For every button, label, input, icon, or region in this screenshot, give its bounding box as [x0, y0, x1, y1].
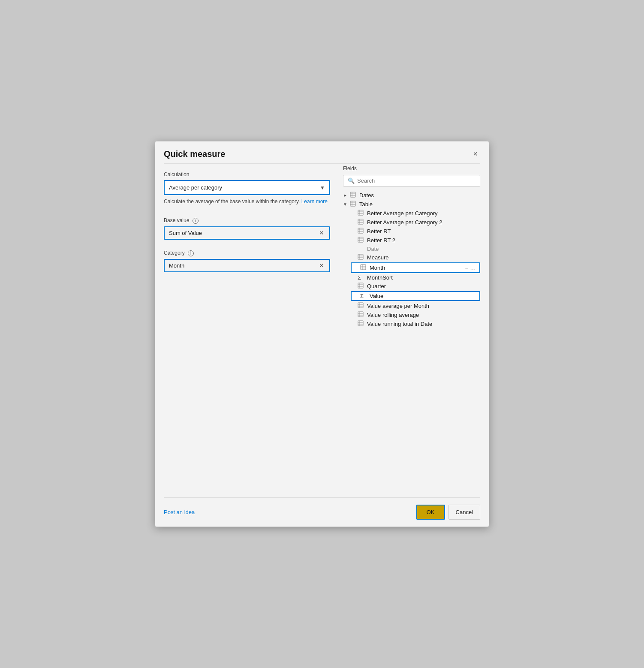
measure-icon-5 [358, 254, 365, 261]
label-better-avg-cat: Better Average per Category [367, 210, 438, 217]
svg-rect-16 [358, 228, 363, 233]
tree-item-quarter[interactable]: Quarter [351, 282, 480, 291]
measure-icon-7 [358, 311, 365, 319]
tree-item-table[interactable]: ▼ Table [343, 200, 480, 209]
dialog-header: Quick measure × [155, 141, 489, 163]
cancel-button[interactable]: Cancel [448, 505, 480, 520]
table-children: Better Average per Category Better Avera… [343, 209, 480, 328]
label-measure: Measure [367, 254, 389, 261]
spacer [155, 413, 489, 497]
label-quarter: Quarter [367, 283, 386, 289]
category-label: Category i [164, 250, 330, 256]
learn-more-link[interactable]: Learn more [301, 199, 328, 205]
fields-label: Fields [343, 165, 480, 172]
label-value-avg-month: Value average per Month [367, 303, 429, 309]
base-value-clear-button[interactable]: ✕ [318, 230, 325, 236]
footer-buttons: OK Cancel [416, 505, 480, 520]
label-better-avg-cat-2: Better Average per Category 2 [367, 219, 442, 226]
tree-item-measure[interactable]: Measure [351, 253, 480, 262]
measure-icon-6 [358, 302, 365, 310]
tree-item-better-rt[interactable]: Better RT [351, 227, 480, 236]
svg-rect-40 [358, 312, 363, 317]
svg-rect-28 [361, 265, 366, 270]
table-icon [350, 192, 358, 199]
label-value-rolling-avg: Value rolling average [367, 312, 419, 318]
tree-item-value-avg-month[interactable]: Value average per Month [351, 301, 480, 310]
chevron-right-icon: ► [343, 193, 350, 198]
category-text: Month [169, 262, 318, 269]
sigma-icon-monthsort: Σ [358, 274, 365, 281]
label-month: Month [370, 265, 385, 271]
base-value-field: Sum of Value ✕ [164, 226, 330, 240]
measure-icon-8 [358, 320, 365, 328]
calc-description: Calculate the average of the base value … [164, 198, 330, 205]
base-value-text: Sum of Value [169, 230, 318, 236]
sigma-icon-value: Σ [360, 293, 368, 299]
month-dash: – [465, 265, 470, 271]
table-label: Table [359, 201, 373, 208]
svg-rect-8 [358, 210, 363, 215]
svg-rect-44 [358, 321, 363, 326]
tree-item-date[interactable]: Date [351, 245, 480, 253]
tree-item-value[interactable]: Σ Value [351, 291, 480, 301]
search-icon: 🔍 [348, 178, 355, 184]
tree-item-dates[interactable]: ► Dates [343, 191, 480, 200]
tree-item-better-avg-cat[interactable]: Better Average per Category [351, 209, 480, 218]
table-icon-quarter [358, 283, 365, 290]
svg-rect-12 [358, 219, 363, 224]
dialog-title: Quick measure [164, 149, 225, 159]
svg-rect-0 [350, 192, 355, 197]
label-monthsort: MonthSort [367, 274, 393, 281]
tree-item-value-running-total[interactable]: Value running total in Date [351, 319, 480, 328]
right-panel: Fields 🔍 ► [343, 164, 480, 413]
dialog-body: Calculation Average per category ▼ Calcu… [155, 164, 489, 413]
svg-rect-24 [358, 254, 363, 259]
label-date: Date [367, 246, 379, 252]
measure-icon-1 [358, 210, 365, 217]
base-value-label: Base value i [164, 217, 330, 224]
post-idea-link[interactable]: Post an idea [164, 509, 195, 515]
ok-button[interactable]: OK [416, 505, 445, 520]
quick-measure-dialog: Quick measure × Calculation Average per … [155, 141, 489, 527]
label-better-rt: Better RT [367, 228, 391, 235]
search-input[interactable] [357, 178, 475, 184]
calculation-label: Calculation [164, 172, 330, 178]
calculation-select[interactable]: Average per category [165, 181, 329, 194]
tree-item-better-rt-2[interactable]: Better RT 2 [351, 236, 480, 245]
category-info-icon: i [188, 250, 194, 256]
close-button[interactable]: × [470, 149, 480, 159]
tree-item-month[interactable]: Month – … [351, 262, 480, 273]
left-panel: Calculation Average per category ▼ Calcu… [164, 164, 330, 413]
svg-rect-36 [358, 303, 363, 308]
table-icon-2 [350, 201, 358, 208]
chevron-down-icon-table: ▼ [343, 202, 350, 207]
category-clear-button[interactable]: ✕ [318, 262, 325, 268]
label-value: Value [370, 293, 383, 299]
label-better-rt-2: Better RT 2 [367, 237, 395, 244]
svg-rect-20 [358, 237, 363, 242]
tree-item-better-avg-cat-2[interactable]: Better Average per Category 2 [351, 218, 480, 227]
base-value-info-icon: i [193, 218, 199, 224]
calculation-select-wrapper: Average per category ▼ [164, 180, 330, 195]
label-value-running-total: Value running total in Date [367, 321, 432, 327]
search-box: 🔍 [343, 175, 480, 187]
dialog-footer: Post an idea OK Cancel [155, 498, 489, 527]
field-icon-month [360, 264, 368, 271]
tree-item-value-rolling-avg[interactable]: Value rolling average [351, 310, 480, 319]
measure-icon-3 [358, 228, 365, 235]
measure-icon-2 [358, 219, 365, 226]
measure-icon-4 [358, 237, 365, 244]
category-field: Month ✕ [164, 259, 330, 272]
tree-item-monthsort[interactable]: Σ MonthSort [351, 274, 480, 282]
svg-rect-4 [350, 201, 355, 206]
dates-label: Dates [359, 192, 374, 199]
month-more-icon[interactable]: … [470, 265, 478, 271]
svg-rect-32 [358, 283, 363, 288]
fields-tree: ► Dates ▼ [343, 191, 480, 328]
